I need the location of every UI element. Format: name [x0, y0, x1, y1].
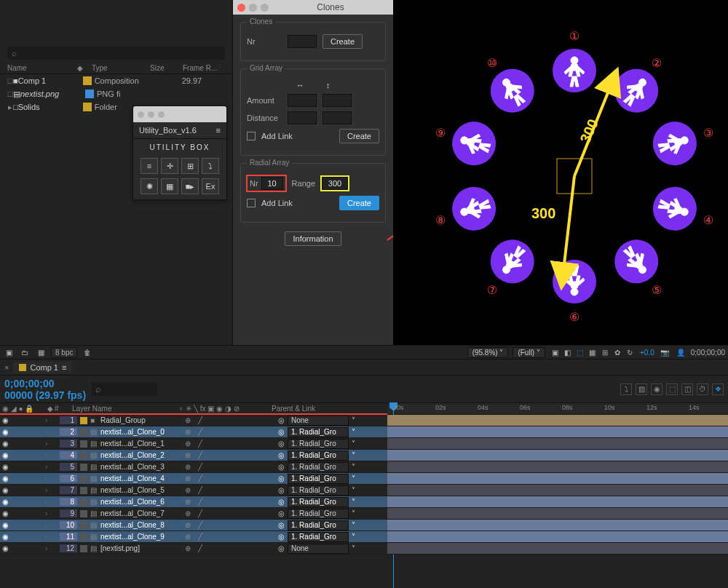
col-frame[interactable]: Frame R... [183, 64, 223, 72]
show-snapshot-icon[interactable]: 👤 [675, 347, 687, 357]
utility-tool-button[interactable]: ⊞ [181, 158, 199, 174]
traffic-dot[interactable] [261, 4, 269, 12]
composition-viewer[interactable]: 300 300 ①②③④⑤⑥⑦⑧⑨⑩ [393, 0, 728, 345]
utility-tool-button[interactable]: ⤵ [202, 158, 219, 174]
timeline-layer-row[interactable]: ◉›4▤nextist...al_Clone_2⊕╱◎1. Radial_Gro… [0, 450, 387, 461]
motion-blur-icon[interactable]: ◉ [651, 384, 662, 395]
radial-create-button[interactable]: Create [339, 196, 379, 210]
parent-selector[interactable]: 1. Radial_Gro [288, 427, 349, 437]
grid-distance-h-input[interactable] [288, 111, 317, 124]
roi-icon[interactable]: ⬚ [574, 347, 586, 357]
layer-bar[interactable] [387, 438, 728, 450]
project-search-input[interactable] [7, 47, 225, 60]
tab-close-icon[interactable]: × [4, 363, 9, 372]
folder-icon[interactable]: 🗀 [19, 347, 31, 357]
graph-editor-icon[interactable]: ⬚ [666, 384, 678, 395]
clones-nr-input[interactable] [288, 35, 317, 48]
bpc-selector[interactable]: 8 bpc [51, 347, 77, 358]
channel-icon[interactable]: ✿ [612, 347, 623, 357]
utility-tool-button[interactable]: ▦ [161, 178, 178, 194]
grid-distance-v-input[interactable] [323, 111, 352, 124]
traffic-dot[interactable] [158, 111, 165, 118]
timeline-layer-row[interactable]: ◉›6▤nextist...al_Clone_4⊕╱◎1. Radial_Gro… [0, 473, 387, 485]
pickwhip-icon[interactable]: ◎ [278, 428, 285, 436]
menu-icon[interactable]: ≡ [216, 126, 221, 135]
pickwhip-icon[interactable]: ◎ [278, 544, 285, 552]
pickwhip-icon[interactable]: ◎ [278, 498, 285, 506]
layer-bar[interactable] [387, 426, 728, 438]
layer-bar[interactable] [387, 450, 728, 461]
grid-icon[interactable]: ▦ [587, 347, 598, 357]
layer-bar[interactable] [387, 520, 728, 531]
grid-create-button[interactable]: Create [339, 129, 379, 143]
col-parent[interactable]: Parent & Link [269, 405, 317, 413]
pickwhip-icon[interactable]: ◎ [278, 463, 285, 471]
traffic-dot[interactable] [148, 111, 154, 118]
shy-icon[interactable]: ⤵ [620, 384, 632, 395]
draft-3d-icon[interactable]: ◫ [681, 384, 693, 395]
project-icon[interactable]: ▣ [3, 347, 15, 357]
timeline-layer-row[interactable]: ◉›8▤nextist...al_Clone_6⊕╱◎1. Radial_Gro… [0, 496, 387, 508]
utility-tool-button[interactable]: ≡ [141, 158, 158, 174]
utility-box-titlebar[interactable] [133, 106, 226, 122]
utility-tool-button[interactable]: ✺ [141, 178, 158, 194]
stopwatch-icon[interactable]: ⏱ [697, 384, 708, 395]
layer-bar[interactable] [387, 415, 728, 426]
transparency-grid-icon[interactable]: ▣ [550, 347, 561, 357]
radial-range-input[interactable] [322, 177, 348, 190]
timeline-layer-row[interactable]: ◉›7▤nextist...al_Clone_5⊕╱◎1. Radial_Gro… [0, 485, 387, 496]
project-item[interactable]: □■Comp 1Composition29.97 [0, 74, 232, 87]
timeline-layer-row[interactable]: ◉›10▤nextist...al_Clone_8⊕╱◎1. Radial_Gr… [0, 520, 387, 531]
clones-create-button[interactable]: Create [323, 34, 363, 49]
timeline-search-input[interactable] [92, 382, 157, 396]
grid-amount-v-input[interactable] [323, 94, 352, 107]
resolution-selector[interactable]: (Full) ˅ [513, 347, 545, 358]
layer-bar[interactable] [387, 531, 728, 543]
timeline-layer-row[interactable]: ◉›11▤nextist...al_Clone_9⊕╱◎1. Radial_Gr… [0, 531, 387, 543]
exposure-value[interactable]: +0.0 [640, 349, 654, 357]
layer-bar[interactable] [387, 543, 728, 555]
layer-bar[interactable] [387, 473, 728, 485]
pickwhip-icon[interactable]: ◎ [278, 533, 285, 541]
reset-exposure-icon[interactable]: ↻ [624, 347, 636, 357]
radial-nr-input[interactable] [261, 177, 283, 190]
pickwhip-icon[interactable]: ◎ [278, 521, 285, 529]
timeline-ruler[interactable]: 00s02s04s06s08s10s12s14s16 [387, 403, 728, 415]
tab-menu-icon[interactable]: ≡ [62, 363, 66, 372]
grid-addlink-checkbox[interactable] [247, 132, 256, 140]
timeline-layer-row[interactable]: ◉›2▤nextist...al_Clone_0⊕╱◎1. Radial_Gro… [0, 426, 387, 438]
parent-selector[interactable]: 1. Radial_Gro [288, 509, 349, 519]
col-size[interactable]: Size [150, 64, 183, 72]
layer-bar[interactable] [387, 485, 728, 496]
utility-tool-button[interactable]: ■▸ [181, 178, 199, 194]
parent-selector[interactable]: None [288, 544, 349, 554]
parent-selector[interactable]: 1. Radial_Gro [288, 439, 349, 449]
radial-addlink-checkbox[interactable] [247, 199, 256, 207]
clones-titlebar[interactable]: Clones [233, 0, 393, 15]
frame-blend-icon[interactable]: ▧ [636, 384, 647, 395]
pickwhip-icon[interactable]: ◎ [278, 440, 285, 448]
col-number[interactable]: # [52, 405, 70, 413]
new-comp-icon[interactable]: ▦ [35, 347, 47, 357]
parent-selector[interactable]: 1. Radial_Gro [288, 532, 349, 542]
timeline-layer-row[interactable]: ◉›9▤nextist...al_Clone_7⊕╱◎1. Radial_Gro… [0, 508, 387, 520]
grid-amount-h-input[interactable] [288, 94, 317, 107]
col-type[interactable]: Type [92, 64, 150, 72]
timeline-layer-row[interactable]: ◉›3▤nextist...al_Clone_1⊕╱◎1. Radial_Gro… [0, 438, 387, 450]
close-dot-icon[interactable] [237, 4, 245, 12]
zoom-selector[interactable]: (95.8%) ˅ [467, 347, 509, 358]
utility-tool-button[interactable]: Ex [202, 178, 219, 194]
mask-toggle-icon[interactable]: ◧ [562, 347, 574, 357]
3d-icon[interactable]: ❖ [712, 384, 724, 395]
layer-bar[interactable] [387, 496, 728, 508]
layer-bar[interactable] [387, 508, 728, 520]
parent-selector[interactable]: 1. Radial_Gro [288, 462, 349, 472]
snapshot-icon[interactable]: 📷 [659, 347, 670, 357]
parent-selector[interactable]: 1. Radial_Gro [288, 497, 349, 507]
col-layername[interactable]: Layer Name [70, 405, 176, 413]
traffic-dot[interactable] [249, 4, 257, 12]
timeline-layer-row[interactable]: ◉›12▤[nextist.png]⊕╱◎None˅ [0, 543, 387, 555]
traffic-dot[interactable] [138, 111, 144, 118]
timeline-tab[interactable]: Comp 1 ≡ [13, 362, 72, 373]
parent-selector[interactable]: None [288, 416, 349, 426]
